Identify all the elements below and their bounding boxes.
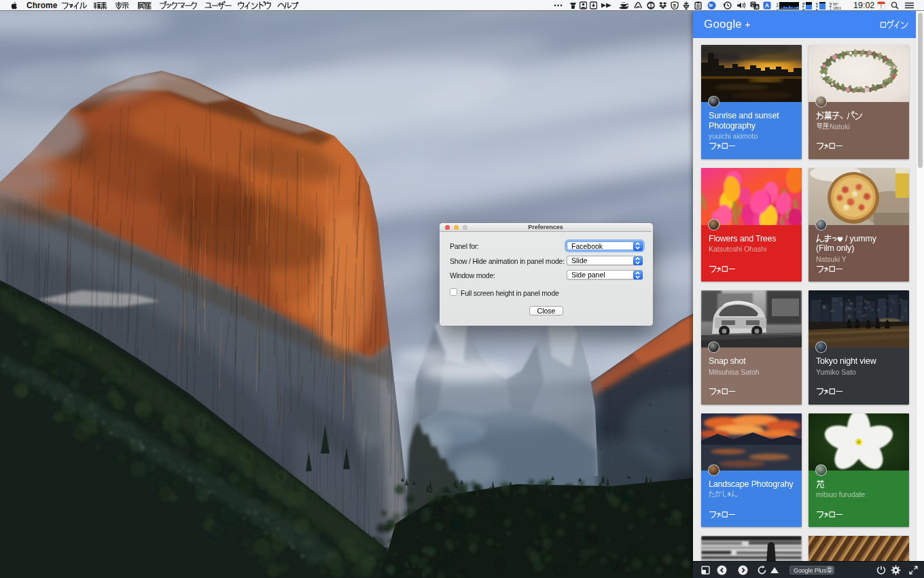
svg-text:U: U <box>777 7 779 10</box>
svg-text:1801: 1801 <box>833 6 841 10</box>
svg-text:te: te <box>709 3 713 7</box>
svg-text:A: A <box>765 2 769 9</box>
svg-text:A: A <box>756 5 759 10</box>
svg-text:K: K <box>816 7 818 10</box>
svg-text:T: T <box>830 7 832 10</box>
svg-text:7: 7 <box>880 4 883 9</box>
svg-text:60°: 60° <box>833 1 838 5</box>
svg-text:5: 5 <box>673 3 676 9</box>
svg-text:M: M <box>802 7 805 10</box>
